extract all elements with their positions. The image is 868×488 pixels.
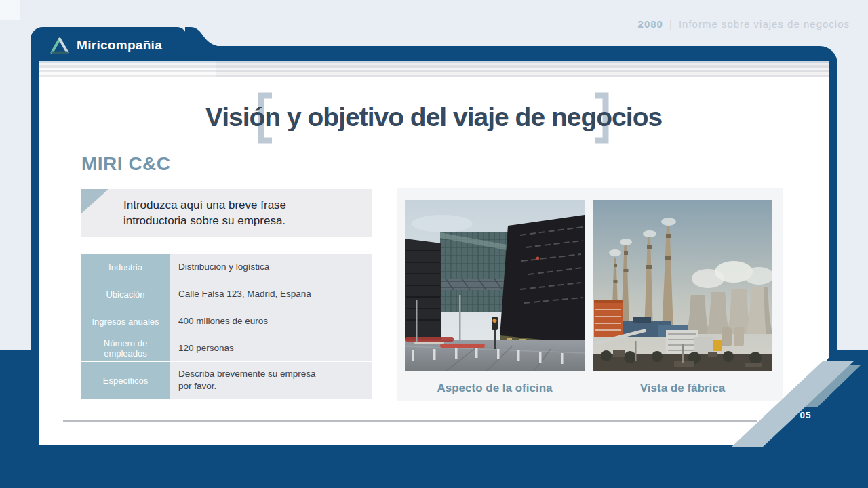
table-row-label: Industria [81,254,170,281]
photo-panel: Aspecto de la oficina Vista de fábrica [397,188,783,401]
table-row-value: Describa brevemente su empresa por favor… [170,362,372,399]
folder-tab-curve [185,27,220,49]
table-row-label: Número de empleados [81,336,170,361]
company-table: Industria Distribución y logística Ubica… [81,254,372,399]
brand-name: Miricompañía [77,38,162,53]
table-row: Ubicación Calle Falsa 123, Madrid, Españ… [81,281,372,308]
office-photo [405,200,585,371]
table-row-label: Ubicación [81,281,170,308]
page-number: 05 [795,410,816,420]
table-row-value: 400 millones de euros [170,308,372,335]
factory-photo [593,200,772,371]
top-left-corner-accent [0,0,20,20]
intro-text: Introduzca aquí una breve frase introduc… [123,198,332,228]
office-photo-caption: Aspecto de la oficina [405,382,585,395]
report-header: 2080 | Informe sobre viajes de negocios [638,18,850,30]
slide-title: Visión y objetivo del viaje de negocios [39,102,829,132]
table-row: Específicos Describa brevemente su empre… [81,362,372,399]
slide-page: 2080 | Informe sobre viajes de negocios … [0,0,868,488]
factory-photo-caption: Vista de fábrica [593,382,772,395]
corner-fold-decoration [81,189,108,214]
header-separator: | [669,18,673,30]
table-row: Industria Distribución y logística [81,254,372,281]
header-report-title: Informe sobre viajes de negocios [679,18,850,30]
table-row: Ingresos anuales 400 millones de euros [81,308,372,335]
header-year: 2080 [638,18,663,30]
folder-tab: Miricompañía [31,27,186,64]
table-row-value: 120 personas [170,336,372,361]
paper-edge-stripes [39,61,829,77]
table-row-label: Ingresos anuales [81,308,170,335]
table-row-label: Específicos [81,362,170,399]
company-heading: MIRI C&C [81,153,171,175]
table-row: Número de empleados 120 personas [81,336,372,361]
intro-box: Introduzca aquí una breve frase introduc… [81,189,372,237]
footer-divider-line [63,420,757,422]
table-row-value: Distribución y logística [170,254,372,281]
table-row-value: Calle Falsa 123, Madrid, España [170,281,372,308]
brand-triangle-icon [50,37,70,55]
